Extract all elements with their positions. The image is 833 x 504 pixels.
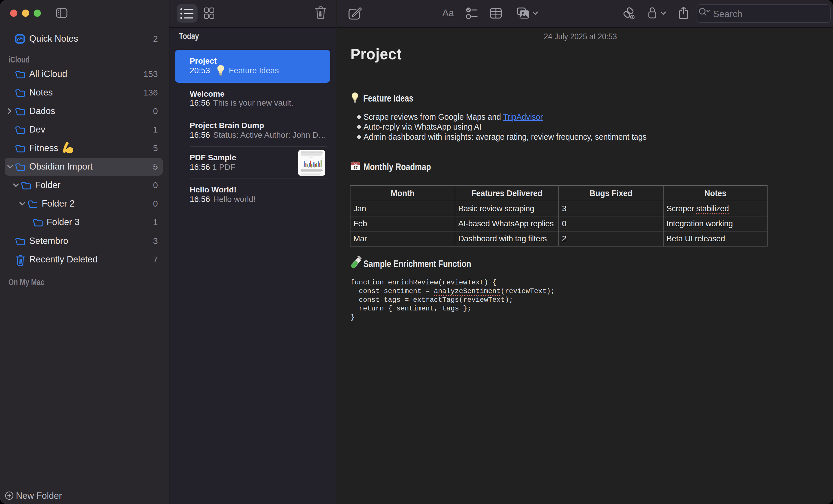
svg-text:JUL: JUL — [354, 162, 357, 165]
svg-text:17: 17 — [353, 166, 358, 170]
